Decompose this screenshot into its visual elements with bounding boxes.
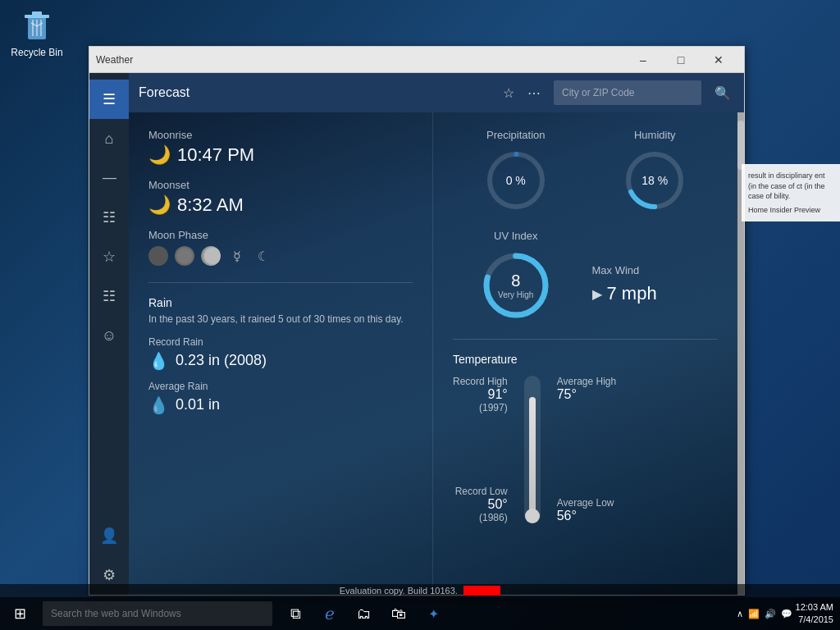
recycle-bin[interactable]: Recycle Bin bbox=[8, 7, 66, 58]
favorite-icon[interactable]: ☆ bbox=[500, 82, 518, 104]
average-low-label: Average Low bbox=[557, 497, 617, 509]
header-icons: ☆ ⋯ bbox=[500, 82, 544, 104]
moonset-icon: 🌙 bbox=[148, 194, 171, 216]
moonset-row: 🌙 8:32 AM bbox=[148, 194, 413, 216]
uv-gauge: 8 Very High bbox=[479, 249, 553, 322]
more-icon[interactable]: ⋯ bbox=[524, 82, 544, 104]
moonrise-row: 🌙 10:47 PM bbox=[148, 144, 413, 166]
precipitation-section: Precipitation 0 % bbox=[453, 129, 579, 213]
record-high-value: 91° bbox=[453, 387, 508, 402]
record-rain-label: Record Rain bbox=[148, 336, 413, 348]
record-high-year: (1997) bbox=[453, 402, 508, 413]
phase-2 bbox=[175, 246, 194, 266]
start-button[interactable]: ⊞ bbox=[0, 597, 39, 630]
record-low-year: (1986) bbox=[453, 512, 508, 523]
phase-1 bbox=[148, 246, 168, 266]
header-title: Forecast bbox=[139, 85, 490, 100]
precipitation-gauge: 0 % bbox=[483, 148, 549, 213]
humidity-value: 18 % bbox=[641, 174, 668, 187]
average-low-value: 56° bbox=[557, 509, 617, 523]
wind-arrow-icon: ▶ bbox=[592, 286, 602, 302]
average-low-section: Average Low 56° bbox=[557, 497, 617, 523]
svg-rect-2 bbox=[32, 11, 42, 16]
taskbar-clock[interactable]: 12:03 AM 7/4/2015 bbox=[796, 601, 833, 627]
humidity-label: Humidity bbox=[592, 129, 719, 141]
right-divider bbox=[453, 339, 718, 340]
wind-value: 7 mph bbox=[607, 283, 657, 304]
taskbar: ⊞ ⧉ ℯ 🗂 🛍 ✦ ∧ 📶 🔊 💬 12:03 AM 7/4/2015 bbox=[0, 597, 840, 630]
average-high-section: Average High 75° bbox=[557, 376, 617, 402]
sidebar-historical[interactable]: ☷ bbox=[89, 276, 129, 316]
eval-text: Evaluation copy. Build 10163. bbox=[340, 586, 458, 596]
taskbar-icons: ⧉ ℯ 🗂 🛍 ✦ bbox=[279, 597, 450, 630]
insider-preview-panel: result in disciplinary ent (in the case … bbox=[742, 164, 840, 221]
explorer-icon[interactable]: 🗂 bbox=[348, 597, 381, 630]
moon-phases: ☿ ☾ bbox=[148, 246, 413, 266]
moonset-label: Moonset bbox=[148, 179, 413, 191]
average-rain-label: Average Rain bbox=[148, 381, 413, 392]
edge-icon[interactable]: ℯ bbox=[313, 597, 346, 630]
volume-icon: 🔊 bbox=[765, 609, 776, 619]
network-icon: 📶 bbox=[748, 609, 760, 619]
sidebar: ☰ ⌂ ⸻ ☷ ☆ ☷ ☺ 👤 ⚙ bbox=[89, 73, 129, 595]
search-icon[interactable]: 🔍 bbox=[711, 82, 734, 104]
moon-phase-section: Moon Phase ☿ ☾ bbox=[148, 229, 413, 266]
left-divider bbox=[148, 282, 413, 283]
humidity-gauge: 18 % bbox=[622, 148, 687, 213]
temperature-section: Temperature Record High 91° (1997) bbox=[453, 353, 718, 523]
recycle-bin-icon bbox=[21, 7, 53, 43]
uv-section: UV Index 8 Very High bbox=[453, 230, 579, 322]
record-low-label: Record Low bbox=[453, 486, 508, 497]
weather-window: Weather – □ ✕ ☰ ⌂ ⸻ ☷ ☆ ☷ ☺ 👤 ⚙ bbox=[89, 46, 745, 596]
uv-label: UV Index bbox=[453, 230, 579, 242]
window-title: Weather bbox=[96, 54, 624, 66]
record-rain-icon: 💧 bbox=[148, 351, 169, 371]
precipitation-label: Precipitation bbox=[453, 129, 579, 141]
desktop: Recycle Bin Weather – □ ✕ ☰ ⌂ ⸻ ☷ ☆ ☷ ☺ bbox=[0, 0, 840, 630]
close-button[interactable]: ✕ bbox=[700, 47, 737, 73]
sidebar-menu-button[interactable]: ☰ bbox=[89, 80, 129, 119]
wind-section: Max Wind ▶ 7 mph bbox=[592, 230, 719, 322]
uv-wind: UV Index 8 Very High bbox=[453, 230, 718, 322]
moonrise-time: 10:47 PM bbox=[177, 144, 254, 166]
record-high-section: Record High 91° (1997) bbox=[453, 376, 508, 413]
content-wrapper: Moonrise 🌙 10:47 PM Moonset 🌙 8:32 AM bbox=[129, 112, 744, 595]
right-panel: Precipitation 0 % bbox=[433, 112, 737, 595]
moonrise-label: Moonrise bbox=[148, 129, 413, 141]
sidebar-maps[interactable]: ☷ bbox=[89, 198, 129, 237]
average-rain-icon: 💧 bbox=[148, 395, 169, 415]
sidebar-favorites[interactable]: ☆ bbox=[89, 237, 129, 276]
phase-3 bbox=[201, 246, 221, 266]
content-area: Forecast ☆ ⋯ 🔍 Moonrise bbox=[129, 73, 744, 595]
sidebar-account[interactable]: 👤 bbox=[89, 516, 129, 555]
phase-4: ☿ bbox=[227, 246, 247, 266]
rain-section: Rain In the past 30 years, it rained 5 o… bbox=[148, 296, 413, 415]
tray-chevron[interactable]: ∧ bbox=[737, 609, 743, 619]
average-high-label: Average High bbox=[557, 376, 617, 387]
task-view-icon[interactable]: ⧉ bbox=[279, 597, 312, 630]
store-icon[interactable]: 🛍 bbox=[382, 597, 415, 630]
message-icon: 💬 bbox=[781, 609, 792, 619]
taskbar-search-input[interactable] bbox=[43, 601, 272, 626]
minimize-button[interactable]: – bbox=[624, 47, 662, 73]
temp-labels-right: Average High 75° Average Low 56° bbox=[550, 376, 617, 523]
recycle-bin-label: Recycle Bin bbox=[11, 47, 62, 58]
sidebar-home[interactable]: ⌂ bbox=[89, 119, 129, 158]
uv-descriptor: Very High bbox=[498, 290, 533, 300]
rain-description: In the past 30 years, it rained 5 out of… bbox=[148, 313, 413, 326]
temperature-chart: Record High 91° (1997) Record Low 50° (1… bbox=[453, 376, 718, 523]
uv-value: 8 bbox=[498, 271, 533, 290]
cortana-icon[interactable]: ✦ bbox=[417, 597, 450, 630]
insider-label: Home Insider Preview bbox=[748, 205, 833, 216]
sidebar-bottom: 👤 ⚙ bbox=[89, 516, 129, 595]
precip-humidity: Precipitation 0 % bbox=[453, 129, 718, 213]
record-low-value: 50° bbox=[453, 497, 508, 512]
eval-bar: Evaluation copy. Build 10163. censored bbox=[0, 584, 840, 597]
scrollbar-thumb[interactable] bbox=[737, 121, 744, 170]
maximize-button[interactable]: □ bbox=[662, 47, 700, 73]
app-body: ☰ ⌂ ⸻ ☷ ☆ ☷ ☺ 👤 ⚙ Forecast ☆ bbox=[89, 73, 744, 595]
sidebar-news[interactable]: ☺ bbox=[89, 316, 129, 355]
search-input[interactable] bbox=[554, 80, 701, 105]
sidebar-forecast[interactable]: ⸻ bbox=[89, 158, 129, 198]
temperature-label: Temperature bbox=[453, 353, 718, 366]
